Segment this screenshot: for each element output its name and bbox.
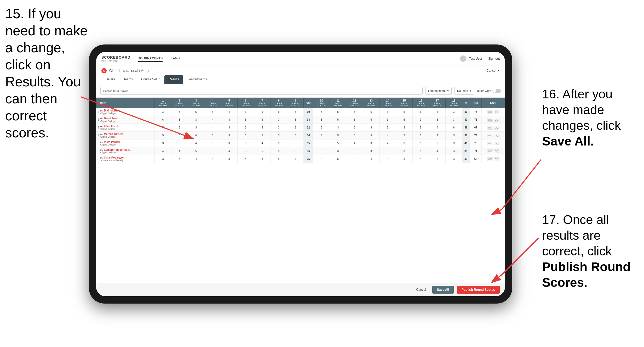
tab-details[interactable]: Details xyxy=(101,75,119,84)
score-h4[interactable]: 5 xyxy=(204,108,221,116)
score-h15[interactable]: 5 xyxy=(396,108,412,116)
tab-teams[interactable]: Teams xyxy=(119,75,137,84)
score-h3[interactable]: 5 xyxy=(188,147,204,155)
score-h13[interactable]: 4 xyxy=(363,155,379,163)
score-h9[interactable]: 5 xyxy=(287,108,303,116)
score-h5[interactable]: 4 xyxy=(221,108,237,116)
score-h15[interactable]: 3 xyxy=(396,124,412,132)
score-h6[interactable]: 5 xyxy=(237,132,254,139)
score-h11[interactable]: 5 xyxy=(330,108,346,116)
score-h1[interactable]: 3 xyxy=(155,155,171,163)
score-h7[interactable]: 3 xyxy=(254,155,271,163)
score-h14[interactable]: 5 xyxy=(380,155,396,163)
score-h17[interactable]: 4 xyxy=(429,124,446,132)
score-h4[interactable]: 5 xyxy=(204,155,221,163)
score-h11[interactable]: 5 xyxy=(330,155,346,163)
score-h12[interactable]: 3 xyxy=(346,124,363,132)
score-h13[interactable]: 3 xyxy=(363,147,379,155)
score-h5[interactable]: 3 xyxy=(221,116,237,124)
score-h5[interactable]: 3 xyxy=(221,139,237,147)
score-h18[interactable]: 3 xyxy=(446,139,462,147)
score-h1[interactable]: 6 xyxy=(155,116,171,124)
sign-out-link[interactable]: Sign out xyxy=(488,57,500,60)
score-h5[interactable]: 3 xyxy=(221,124,237,132)
score-h8[interactable]: 5 xyxy=(271,147,287,155)
score-h10[interactable]: 6 xyxy=(313,147,330,155)
score-h6[interactable]: 5 xyxy=(237,139,254,147)
score-h5[interactable]: 4 xyxy=(221,147,237,155)
dq-button[interactable]: DQ xyxy=(494,110,499,114)
score-h5[interactable]: 3 xyxy=(221,132,237,139)
score-h9[interactable]: 3 xyxy=(287,147,303,155)
wd-button[interactable]: WD xyxy=(487,126,493,130)
score-h3[interactable]: 4 xyxy=(188,155,204,163)
score-h4[interactable]: 5 xyxy=(204,139,221,147)
score-h18[interactable]: 3 xyxy=(446,116,462,124)
score-h10[interactable]: 3 xyxy=(313,108,330,116)
score-h18[interactable]: 3 xyxy=(446,155,462,163)
score-h11[interactable]: 3 xyxy=(330,124,346,132)
dq-button[interactable]: DQ xyxy=(494,126,499,130)
cancel-button[interactable]: Cancel ✕ xyxy=(486,69,500,72)
score-h10[interactable]: 4 xyxy=(313,132,330,139)
score-h12[interactable]: 5 xyxy=(346,147,363,155)
score-h1[interactable]: 3 xyxy=(155,139,171,147)
nav-teams[interactable]: TEAMS xyxy=(169,55,180,62)
score-h6[interactable]: 4 xyxy=(237,155,254,163)
filter-by-team-dropdown[interactable]: Filter by team ▾ xyxy=(425,87,452,95)
dq-button[interactable]: DQ xyxy=(494,142,499,145)
score-h8[interactable]: 3 xyxy=(271,132,287,139)
score-h17[interactable]: 6 xyxy=(429,139,446,147)
score-h3[interactable]: 5 xyxy=(188,108,204,116)
wd-button[interactable]: WD xyxy=(487,157,493,161)
cancel-footer-button[interactable]: Cancel xyxy=(413,286,429,293)
score-h18[interactable]: 3 xyxy=(446,147,462,155)
tab-course-setup[interactable]: Course Setup xyxy=(137,75,164,84)
score-h7[interactable]: 5 xyxy=(254,132,271,139)
score-h18[interactable]: 3 xyxy=(446,108,462,116)
score-h12[interactable]: 4 xyxy=(346,139,363,147)
score-h4[interactable]: 4 xyxy=(204,116,221,124)
score-h2[interactable]: 3 xyxy=(171,132,188,139)
score-h18[interactable]: 6 xyxy=(446,124,462,132)
score-h3[interactable]: 3 xyxy=(188,124,204,132)
score-h13[interactable]: 5 xyxy=(363,116,379,124)
score-h9[interactable]: 5 xyxy=(287,116,303,124)
tab-results[interactable]: Results xyxy=(164,75,183,84)
score-h8[interactable]: 3 xyxy=(271,124,287,132)
nav-tournaments[interactable]: TOURNAMENTS xyxy=(138,55,163,62)
score-h16[interactable]: 4 xyxy=(412,155,429,163)
score-h7[interactable]: 5 xyxy=(254,147,271,155)
score-h10[interactable]: 3 xyxy=(313,155,330,163)
score-h2[interactable]: 3 xyxy=(171,139,188,147)
wd-button[interactable]: WD xyxy=(487,134,493,137)
score-h10[interactable]: 3 xyxy=(313,124,330,132)
score-h17[interactable]: 5 xyxy=(429,116,446,124)
wd-button[interactable]: WD xyxy=(487,110,493,114)
score-h17[interactable]: 4 xyxy=(429,147,446,155)
score-h11[interactable]: 5 xyxy=(330,132,346,139)
save-all-button[interactable]: Save All xyxy=(432,286,454,294)
score-h7[interactable]: 6 xyxy=(254,116,271,124)
score-h11[interactable]: 3 xyxy=(330,147,346,155)
score-h14[interactable]: 4 xyxy=(380,132,396,139)
score-h2[interactable]: 4 xyxy=(171,147,188,155)
score-h9[interactable]: 3 xyxy=(287,132,303,139)
score-h8[interactable]: 3 xyxy=(271,116,287,124)
score-h1[interactable]: 3 xyxy=(155,108,171,116)
score-h13[interactable]: 3 xyxy=(363,139,379,147)
score-h15[interactable]: 3 xyxy=(396,139,412,147)
score-h7[interactable]: 5 xyxy=(254,124,271,132)
search-input[interactable] xyxy=(100,87,423,95)
score-h6[interactable]: 3 xyxy=(237,147,254,155)
score-h14[interactable]: 4 xyxy=(380,139,396,147)
score-h12[interactable]: 3 xyxy=(346,155,363,163)
score-h5[interactable]: 3 xyxy=(221,155,237,163)
score-h2[interactable]: 3 xyxy=(171,116,188,124)
score-h7[interactable]: 4 xyxy=(254,139,271,147)
score-h14[interactable]: 3 xyxy=(380,116,396,124)
score-h15[interactable]: 3 xyxy=(396,155,412,163)
score-h15[interactable]: 5 xyxy=(396,116,412,124)
score-h13[interactable]: 6 xyxy=(363,108,379,116)
score-h8[interactable]: 6 xyxy=(271,108,287,116)
